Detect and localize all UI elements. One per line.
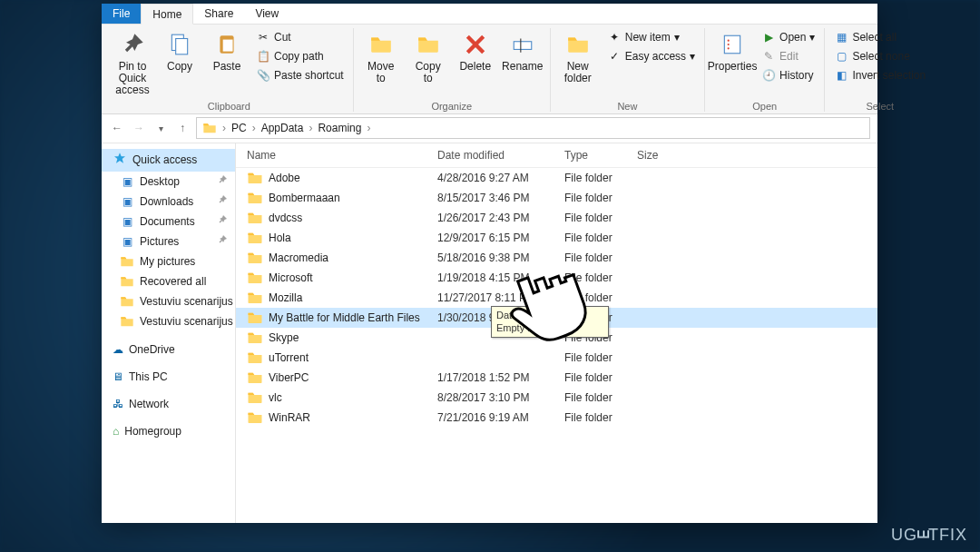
sidebar-this-pc[interactable]: 🖥This PC <box>102 368 235 386</box>
chevron-down-icon: ▾ <box>809 31 815 44</box>
easy-access-button[interactable]: ✓Easy access▾ <box>603 47 699 65</box>
paste-shortcut-button[interactable]: 📎Paste shortcut <box>252 66 348 84</box>
cut-button[interactable]: ✂Cut <box>252 28 348 46</box>
navigation-pane: Quick access ▣Desktop▣Downloads▣Document… <box>102 143 236 523</box>
move-to-button[interactable]: Move to <box>359 28 403 86</box>
folder-icon <box>247 350 263 366</box>
file-row[interactable]: Microsoft1/19/2018 4:15 PMFile folder <box>236 268 877 288</box>
file-row[interactable]: Bombermaaan8/15/2017 3:46 PMFile folder <box>236 188 877 208</box>
folder-icon: ▣ <box>120 194 134 209</box>
breadcrumb-item[interactable]: AppData <box>261 122 304 134</box>
folder-icon <box>247 270 263 286</box>
file-row[interactable]: ViberPC1/17/2018 1:52 PMFile folder <box>236 368 877 388</box>
properties-icon <box>718 30 747 59</box>
svg-rect-6 <box>724 35 740 54</box>
rename-button[interactable]: Rename <box>501 28 544 74</box>
select-all-icon: ▦ <box>834 30 848 44</box>
watermark: UGƎTFIX <box>891 525 967 545</box>
column-headers[interactable]: Name Date modified Type Size <box>236 143 877 168</box>
column-size[interactable]: Size <box>637 149 867 162</box>
tab-file[interactable]: File <box>102 4 141 24</box>
paste-icon <box>212 30 241 59</box>
copy-icon <box>165 30 194 59</box>
sidebar-item[interactable]: ▣Documents <box>102 212 235 232</box>
chevron-right-icon: › <box>305 122 316 134</box>
file-row[interactable]: Mozilla11/27/2017 8:11 PMFile folder <box>236 288 877 308</box>
edit-button[interactable]: ✎Edit <box>758 47 818 65</box>
breadcrumb-item[interactable]: PC <box>231 122 247 134</box>
svg-point-8 <box>728 44 730 45</box>
new-folder-button[interactable]: New folder <box>556 28 600 86</box>
svg-point-9 <box>728 47 730 49</box>
select-none-button[interactable]: ▢Select none <box>830 47 929 65</box>
pin-icon <box>217 194 228 208</box>
chevron-right-icon: › <box>219 122 230 134</box>
folder-icon: ▣ <box>120 214 134 229</box>
select-none-icon: ▢ <box>834 49 848 64</box>
sidebar-network[interactable]: 🖧Network <box>102 395 235 413</box>
column-type[interactable]: Type <box>564 149 637 162</box>
copy-path-button[interactable]: 📋Copy path <box>252 47 348 65</box>
breadcrumb-item[interactable]: Roaming <box>318 122 361 134</box>
sidebar-item[interactable]: ▣Desktop <box>102 172 235 192</box>
select-all-button[interactable]: ▦Select all <box>830 28 929 46</box>
chevron-down-icon: ▾ <box>674 31 680 44</box>
folder-icon <box>120 254 134 269</box>
copy-button[interactable]: Copy <box>158 28 201 74</box>
file-row[interactable]: Adobe4/28/2016 9:27 AMFile folder <box>236 168 877 188</box>
this-pc-icon: 🖥 <box>113 370 123 383</box>
recent-locations-button[interactable]: ▾ <box>152 120 169 136</box>
svg-rect-4 <box>514 42 532 50</box>
file-row[interactable]: dvdcss1/26/2017 2:43 PMFile folder <box>236 208 877 228</box>
up-button[interactable]: ↑ <box>174 120 191 136</box>
copy-to-button[interactable]: Copy to <box>407 28 450 86</box>
folder-icon <box>247 370 263 386</box>
easy-access-icon: ✓ <box>607 49 622 64</box>
open-button[interactable]: ▶Open▾ <box>758 28 818 46</box>
sidebar-onedrive[interactable]: ☁OneDrive <box>102 340 235 359</box>
folder-icon <box>247 310 263 326</box>
delete-button[interactable]: Delete <box>454 28 497 74</box>
group-label-clipboard: Clipboard <box>111 99 348 112</box>
file-row[interactable]: Hola12/9/2017 6:15 PMFile folder <box>236 228 877 248</box>
column-name[interactable]: Name <box>247 149 437 162</box>
pin-icon <box>217 234 228 248</box>
copy-path-icon: 📋 <box>256 49 270 64</box>
group-label-select: Select <box>830 99 929 112</box>
move-to-icon <box>367 30 396 59</box>
file-row[interactable]: vlc8/28/2017 3:10 PMFile folder <box>236 388 877 408</box>
tab-view[interactable]: View <box>244 4 289 24</box>
invert-selection-icon: ◧ <box>834 68 848 83</box>
file-row[interactable]: uTorrentFile folder <box>236 348 877 368</box>
pin-to-quick-access-button[interactable]: Pin to Quick access <box>111 28 154 99</box>
sidebar-item[interactable]: My pictures <box>102 251 235 271</box>
sidebar-homegroup[interactable]: ⌂Homegroup <box>102 422 235 440</box>
sidebar-item[interactable]: ▣Pictures <box>102 232 235 251</box>
sidebar-item[interactable]: ▣Downloads <box>102 192 235 212</box>
homegroup-icon: ⌂ <box>113 425 119 438</box>
folder-icon <box>247 290 263 306</box>
folder-icon <box>247 170 263 186</box>
folder-icon <box>120 314 134 329</box>
paste-button[interactable]: Paste <box>205 28 249 74</box>
breadcrumb[interactable]: › PC › AppData › Roaming › <box>196 117 870 139</box>
tab-home[interactable]: Home <box>141 4 193 25</box>
properties-button[interactable]: Properties <box>710 28 754 74</box>
forward-button[interactable]: → <box>131 120 147 136</box>
invert-selection-button[interactable]: ◧Invert selection <box>830 66 929 84</box>
address-bar-row: ← → ▾ ↑ › PC › AppData › Roaming › <box>102 114 877 143</box>
column-date[interactable]: Date modified <box>437 149 564 162</box>
file-row[interactable]: WinRAR7/21/2016 9:19 AMFile folder <box>236 408 877 428</box>
back-button[interactable]: ← <box>109 120 125 136</box>
svg-rect-3 <box>223 40 233 52</box>
sidebar-item[interactable]: Recovered all <box>102 271 235 291</box>
sidebar-quick-access[interactable]: Quick access <box>102 149 235 172</box>
sidebar-item[interactable]: Vestuviu scenarijus <box>102 311 235 331</box>
tab-share[interactable]: Share <box>193 4 244 24</box>
sidebar-item[interactable]: Vestuviu scenarijus <box>102 291 235 311</box>
file-row[interactable]: Macromedia5/18/2016 9:38 PMFile folder <box>236 248 877 268</box>
pin-icon <box>217 174 228 188</box>
new-item-button[interactable]: ✦New item▾ <box>603 28 699 46</box>
history-button[interactable]: 🕘History <box>758 66 818 84</box>
folder-icon: ▣ <box>120 174 134 189</box>
